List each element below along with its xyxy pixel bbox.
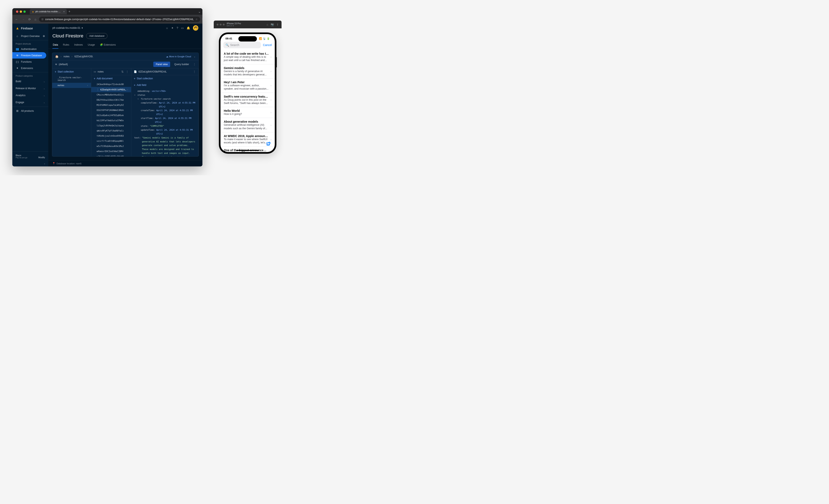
bookmark-star-icon[interactable]: ☆ (195, 18, 198, 21)
sim-share-icon[interactable]: ⇪ (277, 23, 279, 26)
col-menu-icon[interactable]: ⋮ (126, 70, 129, 73)
note-cell[interactable]: Hello WorldHow is it going?› (220, 107, 275, 118)
url-input[interactable]: ⊡ console.firebase.google.com/project/pf… (39, 16, 200, 22)
col-menu-icon[interactable]: ⋮ (193, 70, 196, 73)
document-item[interactable]: vzsrfrTsa6thBSpapN6l (91, 139, 131, 144)
query-builder-button[interactable]: Query builder (172, 62, 191, 67)
release-notes-icon[interactable]: ▭ (181, 26, 184, 30)
crumb-notes[interactable]: notes (64, 55, 69, 58)
tab-indexes[interactable]: Indexes (74, 41, 83, 49)
project-selector[interactable]: pfr-codelab-fvs-mobile-01 ▾ (52, 27, 83, 29)
collapse-sidebar-button[interactable]: ‹ (12, 161, 48, 167)
tab-extensions[interactable]: 🧩Extensions (100, 41, 116, 49)
home-indicator[interactable] (236, 150, 259, 151)
document-item[interactable]: kbJJPFafXmb5utuCFWOx (91, 118, 131, 123)
sim-home-icon[interactable]: ⌂ (266, 23, 268, 26)
document-item[interactable]: OUJsdQa6vLV4T8IqR6ak (91, 113, 131, 118)
minimize-window-icon[interactable] (20, 10, 22, 13)
categories-header: Product categories (12, 73, 48, 78)
add-document-button[interactable]: +Add document (91, 75, 131, 82)
spark-icon[interactable]: ✦ (171, 26, 174, 30)
document-item[interactable]: wHaeorE0CIedtWaCIBMr (91, 149, 131, 154)
sidebar-cat-engage[interactable]: Engage⌄ (12, 99, 48, 106)
notifications-icon[interactable]: 🔔 (187, 26, 190, 30)
reload-button[interactable]: ⟳ (28, 17, 32, 22)
back-button[interactable]: ← (14, 17, 19, 22)
sidebar-item-extensions[interactable]: ✦ Extensions (12, 65, 48, 71)
filter-icon[interactable]: ⇅ (121, 70, 124, 73)
notes-list[interactable]: A lot of the code we write has to de...A… (220, 50, 275, 152)
tab-rules[interactable]: Rules (63, 41, 70, 49)
document-item[interactable]: li5gqJcNtHeQmJyLkpea (91, 123, 131, 128)
search-input[interactable]: 🔍 Search (223, 42, 261, 48)
cancel-button[interactable]: Cancel (263, 43, 272, 47)
document-item[interactable]: CMucncMB0a6mtHuoD2ji (91, 92, 131, 97)
extension-puzzle-icon: 🧩 (100, 43, 103, 47)
start-subcollection-button[interactable]: +Start collection (131, 75, 198, 82)
sidebar-item-functions[interactable]: (-) Functions (12, 59, 48, 65)
document-item[interactable]: ⋮6ZDaUg9t4VO5lbPREAIL› (91, 87, 131, 92)
collection-item[interactable]: _firestore-vector-search (52, 75, 91, 83)
tab-data[interactable]: Data (52, 41, 58, 49)
extensions-icon[interactable]: ⧉ (202, 17, 203, 21)
note-cell[interactable]: Hey! I am PeterI'm a software engineer, … (220, 78, 275, 93)
address-bar: ← → ⟳ ⌂ ⊡ console.firebase.google.com/pr… (12, 15, 203, 24)
grid-icon: ⊞ (15, 109, 19, 112)
note-cell[interactable]: A lot of the code we write has to de...A… (220, 50, 275, 64)
modify-plan-button[interactable]: Modify (38, 156, 45, 158)
note-cell[interactable]: Gemini modelsGemini is a family of gener… (220, 64, 275, 79)
tab-usage[interactable]: Usage (87, 41, 95, 49)
document-item[interactable]: MI4YkM6Olapw7aLWVyDZ (91, 103, 131, 108)
document-item[interactable]: OSGYXPF4F2K6NWmS3Rbh (91, 108, 131, 113)
new-tab-button[interactable]: + (68, 10, 70, 13)
add-field-button[interactable]: +Add field (131, 82, 198, 88)
search-row: 🔍 Search Cancel (220, 41, 275, 50)
sidebar-item-firestore[interactable]: ≋ Firestore Database (12, 52, 46, 59)
more-in-gcloud-link[interactable]: ☁ More in Google Cloud (166, 55, 191, 58)
sidebar-cat-build[interactable]: Build⌄ (12, 78, 48, 85)
start-collection-button[interactable]: +Start collection (52, 68, 91, 75)
people-icon: 👥 (15, 47, 19, 50)
document-item[interactable]: tVKnHcjvwlnhOoe09VB3 (91, 133, 131, 139)
document-item[interactable]: qWzv0FyKTqYl0wR8YaCc (91, 128, 131, 133)
panel-view-button[interactable]: Panel view (153, 62, 170, 67)
add-database-button[interactable]: Add database (86, 33, 107, 39)
document-item[interactable]: EB2Yh9xw1S6ecCBlC7Ae (91, 97, 131, 103)
project-overview-link[interactable]: ⌂ Project Overview ⚙ (12, 33, 48, 39)
home-button[interactable]: ⌂ (34, 17, 37, 22)
note-cell[interactable]: About generative modelsGenerative artifi… (220, 118, 275, 132)
firebase-logo[interactable]: ▲ Firebase (12, 24, 48, 33)
document-item[interactable]: 243ee9h6kpv7Zzdxdo9D (91, 82, 131, 87)
sim-screenshot-icon[interactable]: 📷 (271, 23, 274, 26)
note-cell[interactable]: One of the biggest announcements...In th… (220, 146, 275, 152)
section-tabs: Data Rules Indexes Usage 🧩Extensions (48, 41, 203, 49)
chevron-down-icon[interactable]: ⌄ (193, 55, 195, 58)
tab-chevron-icon[interactable]: ⌄ (198, 10, 201, 13)
home-crumb-icon[interactable]: 🏠 (55, 55, 59, 58)
sidebar-item-authentication[interactable]: 👥 Authentication (12, 46, 48, 52)
explorer-menu-icon[interactable]: ⋮ (193, 63, 195, 66)
forward-button: → (21, 17, 26, 22)
collapse-toggle-icon[interactable]: ▾ (138, 97, 140, 101)
document-item[interactable]: w5z7CXDqGAeuuKOe1MuJ (91, 144, 131, 149)
close-window-icon[interactable] (16, 10, 18, 13)
browser-tab[interactable]: ▲ pfr-codelab-fvs-mobile-01 - × (30, 9, 67, 14)
collections-column: +Start collection _firestore-vector-sear… (52, 68, 91, 156)
maximize-window-icon[interactable] (24, 10, 26, 13)
all-products-link[interactable]: ⊞ All products (12, 108, 48, 114)
settings-gear-icon[interactable]: ⚙ (43, 35, 45, 38)
tab-bar: ▲ pfr-codelab-fvs-mobile-01 - × + ⌄ (12, 8, 203, 15)
collapse-toggle-icon[interactable]: ▾ (134, 93, 136, 97)
site-info-icon[interactable]: ⊡ (41, 18, 43, 21)
note-cell[interactable]: Swift's new concurrency features...As Do… (220, 93, 275, 107)
tab-close-icon[interactable]: × (63, 10, 65, 13)
help-icon[interactable]: ? (177, 26, 178, 30)
sidebar-cat-release[interactable]: Release & Monitor⌄ (12, 85, 48, 92)
document-item[interactable]: y26jksfYBSd83Rv30sWY (91, 154, 131, 156)
user-avatar[interactable]: 🧑 (193, 25, 198, 31)
theme-toggle-icon[interactable]: ☼ (166, 26, 168, 30)
crumb-docid[interactable]: 6ZDaUg9t4VO5l. (74, 55, 93, 58)
collection-item[interactable]: notes› (52, 83, 91, 88)
compose-button[interactable] (266, 141, 271, 146)
sidebar-cat-analytics[interactable]: Analytics⌄ (12, 92, 48, 99)
